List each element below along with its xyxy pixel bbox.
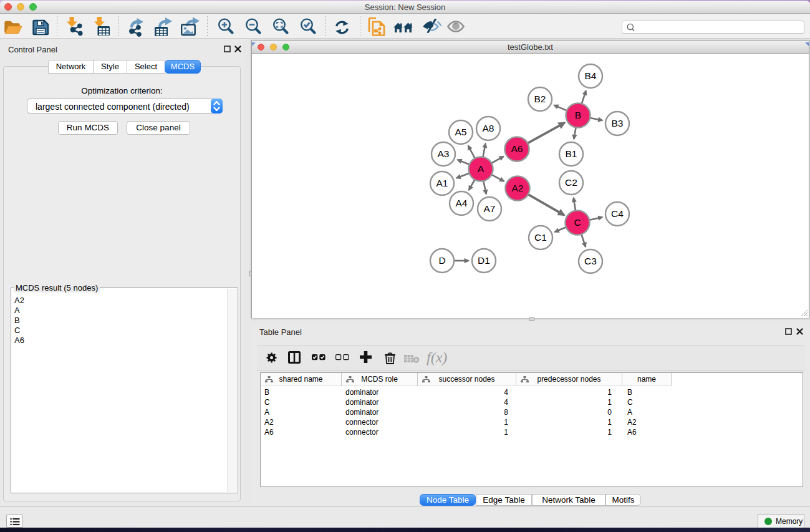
svg-text:B2: B2 xyxy=(534,94,546,104)
svg-text:A8: A8 xyxy=(483,123,494,133)
svg-text:A: A xyxy=(478,163,485,174)
svg-text:C3: C3 xyxy=(584,256,597,266)
svg-text:A6: A6 xyxy=(511,143,523,154)
svg-text:C1: C1 xyxy=(534,232,547,243)
svg-text:D1: D1 xyxy=(478,255,490,266)
svg-text:A5: A5 xyxy=(455,127,467,137)
svg-text:D: D xyxy=(438,255,445,266)
svg-text:B4: B4 xyxy=(585,70,597,81)
svg-text:A3: A3 xyxy=(438,148,450,159)
svg-text:A1: A1 xyxy=(436,178,448,188)
svg-text:C2: C2 xyxy=(565,177,577,188)
svg-text:C: C xyxy=(574,217,581,228)
svg-text:A2: A2 xyxy=(512,183,524,193)
svg-text:C4: C4 xyxy=(611,208,624,219)
svg-text:B: B xyxy=(575,110,581,120)
svg-text:A7: A7 xyxy=(484,203,496,214)
svg-text:B1: B1 xyxy=(566,148,577,159)
svg-text:A4: A4 xyxy=(456,198,468,208)
svg-text:B3: B3 xyxy=(612,118,624,128)
